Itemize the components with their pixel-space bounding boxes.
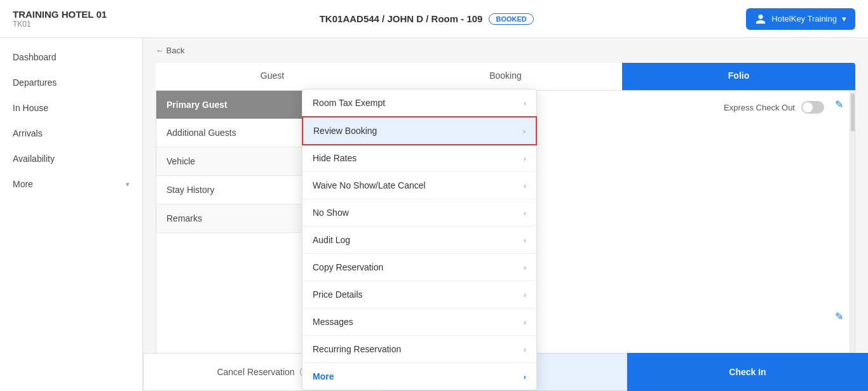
edit-icon-top[interactable]: ✎ — [835, 98, 843, 110]
dropdown-item-review-booking[interactable]: Review Booking › — [302, 116, 537, 145]
back-label: ← Back — [156, 46, 185, 55]
dropdown-chevron-10: › — [524, 372, 526, 381]
actions-dropdown: Room Tax Exempt › Review Booking › Hide … — [302, 89, 537, 390]
additional-guests-label: Additional Guests — [166, 128, 236, 138]
dropdown-item-copy-reservation[interactable]: Copy Reservation › — [302, 254, 536, 281]
sidebar-item-inhouse[interactable]: In House — [0, 95, 142, 121]
main-layout: Dashboard Departures In House Arrivals A… — [0, 38, 868, 391]
toggle-knob — [803, 102, 813, 112]
dropdown-chevron-0: › — [524, 98, 526, 108]
sidebar-label-more: More — [13, 179, 33, 189]
header: TRAINING HOTEL 01 TK01 TK01AAD544 / JOHN… — [0, 0, 868, 38]
scroll-thumb — [851, 93, 855, 131]
dropdown-label-more: More — [313, 371, 334, 381]
hotel-code: TK01 — [13, 20, 107, 29]
reservation-info: TK01AAD544 / JOHN D / Room - 109 BOOKED — [320, 13, 534, 25]
sidebar-item-availability[interactable]: Availability — [0, 146, 142, 171]
reservation-id: TK01AAD544 / JOHN D / Room - 109 — [320, 13, 483, 24]
dropdown-label-price-details: Price Details — [313, 289, 363, 300]
user-menu-chevron: ▾ — [842, 14, 846, 23]
checkin-label: Check In — [729, 367, 766, 377]
tab-guest[interactable]: Guest — [156, 63, 389, 90]
dropdown-label-messages: Messages — [313, 317, 353, 327]
dropdown-chevron-1: › — [523, 126, 526, 136]
hotel-name: TRAINING HOTEL 01 — [13, 9, 107, 20]
dropdown-item-price-details[interactable]: Price Details › — [302, 281, 536, 308]
sidebar-item-dashboard[interactable]: Dashboard — [0, 44, 142, 70]
cancel-label: Cancel Reservation — [217, 367, 294, 377]
dropdown-item-audit-log[interactable]: Audit Log › — [302, 227, 536, 254]
dropdown-chevron-9: › — [524, 345, 526, 354]
dropdown-item-room-tax-exempt[interactable]: Room Tax Exempt › — [302, 89, 536, 117]
sidebar-item-arrivals[interactable]: Arrivals — [0, 121, 142, 146]
main-content: ← Back Guest Booking Folio Primary Guest — [143, 38, 868, 391]
dropdown-label-recurring: Recurring Reservation — [313, 344, 401, 354]
dropdown-item-recurring[interactable]: Recurring Reservation › — [302, 336, 536, 363]
back-button[interactable]: ← Back — [143, 38, 868, 63]
booked-badge: BOOKED — [489, 13, 533, 25]
express-checkout-label: Express Check Out — [724, 103, 795, 112]
dropdown-label-room-tax-exempt: Room Tax Exempt — [313, 98, 385, 108]
dropdown-chevron-2: › — [524, 154, 526, 163]
tab-folio[interactable]: Folio — [622, 63, 855, 90]
sidebar-label-inhouse: In House — [13, 103, 48, 113]
dropdown-label-review-booking: Review Booking — [313, 126, 377, 136]
stay-history-label: Stay History — [166, 185, 214, 195]
dropdown-item-no-show[interactable]: No Show › — [302, 199, 536, 227]
dropdown-label-no-show: No Show — [313, 208, 349, 218]
dropdown-chevron-4: › — [524, 208, 526, 218]
dropdown-label-hide-rates: Hide Rates — [313, 153, 356, 163]
dropdown-item-more[interactable]: More › — [302, 363, 536, 390]
dropdown-chevron-3: › — [524, 181, 526, 190]
dropdown-item-hide-rates[interactable]: Hide Rates › — [302, 145, 536, 172]
dropdown-chevron-5: › — [524, 235, 526, 245]
scrollbar[interactable] — [850, 91, 855, 367]
express-checkout-row: Express Check Out — [724, 101, 824, 114]
sidebar-label-dashboard: Dashboard — [13, 52, 57, 62]
dropdown-label-audit-log: Audit Log — [313, 235, 350, 245]
sidebar-label-availability: Availability — [13, 154, 55, 164]
dropdown-chevron-8: › — [524, 317, 526, 327]
tabs-row: Guest Booking Folio — [156, 63, 855, 91]
dropdown-item-messages[interactable]: Messages › — [302, 308, 536, 336]
dropdown-label-waive: Waive No Show/Late Cancel — [313, 180, 426, 190]
primary-guest-label: Primary Guest — [166, 100, 227, 110]
sidebar: Dashboard Departures In House Arrivals A… — [0, 38, 143, 391]
user-name: HotelKey Training — [771, 14, 837, 23]
vehicle-label: Vehicle — [166, 156, 195, 166]
express-checkout-toggle[interactable] — [801, 101, 824, 114]
user-section: HotelKey Training ▾ — [746, 8, 855, 30]
dropdown-chevron-7: › — [524, 290, 526, 300]
hotel-info: TRAINING HOTEL 01 TK01 — [13, 9, 107, 29]
sidebar-label-departures: Departures — [13, 77, 57, 88]
sidebar-item-departures[interactable]: Departures — [0, 70, 142, 95]
dropdown-item-waive[interactable]: Waive No Show/Late Cancel › — [302, 172, 536, 199]
sidebar-label-arrivals: Arrivals — [13, 128, 43, 138]
dropdown-chevron-6: › — [524, 263, 526, 272]
user-icon — [755, 13, 766, 25]
remarks-label: Remarks — [166, 213, 202, 223]
sidebar-more-chevron: ▾ — [126, 180, 130, 189]
edit-icon-bottom[interactable]: ✎ — [835, 310, 843, 322]
dropdown-label-copy-reservation: Copy Reservation — [313, 262, 383, 272]
tab-booking[interactable]: Booking — [389, 63, 622, 90]
user-menu-button[interactable]: HotelKey Training ▾ — [746, 8, 855, 30]
sidebar-item-more[interactable]: More ▾ — [0, 171, 142, 197]
checkin-button[interactable]: Check In — [627, 353, 868, 391]
